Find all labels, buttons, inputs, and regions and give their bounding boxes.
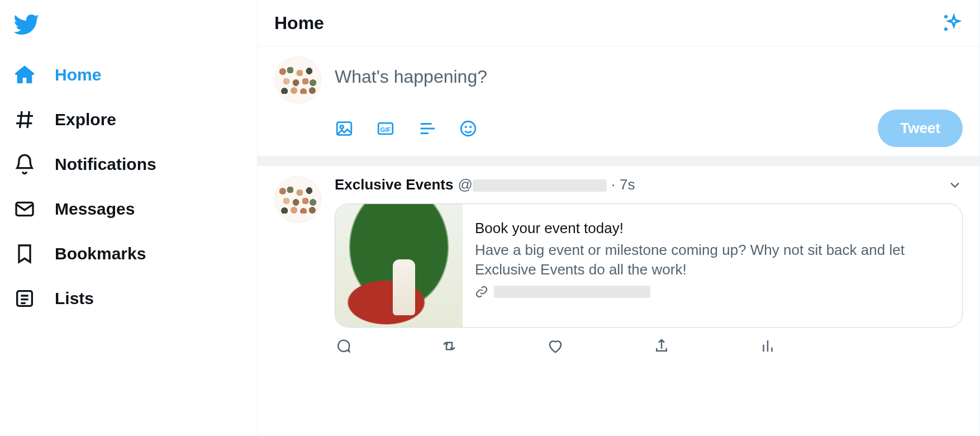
composer-avatar[interactable]	[274, 56, 321, 103]
analytics-icon[interactable]	[759, 338, 776, 354]
link-card-title: Book your event today!	[475, 220, 950, 237]
sparkle-icon[interactable]	[941, 12, 963, 34]
avatar-image	[279, 186, 317, 214]
sidebar-item-messages[interactable]: Messages	[8, 187, 140, 231]
twitter-logo[interactable]	[8, 7, 257, 53]
sidebar-item-home[interactable]: Home	[8, 53, 107, 97]
sidebar-item-lists[interactable]: Lists	[8, 276, 99, 321]
link-card-image	[335, 204, 463, 327]
sidebar-item-label: Home	[55, 65, 101, 84]
tweet-time: 7s	[620, 176, 635, 193]
image-icon[interactable]	[335, 119, 354, 138]
share-icon[interactable]	[653, 338, 670, 354]
list-icon	[13, 287, 36, 310]
redacted-url	[494, 286, 650, 298]
hashtag-icon	[13, 108, 36, 131]
sidebar-item-label: Explore	[55, 110, 116, 129]
bookmark-icon	[13, 243, 36, 265]
bell-icon	[13, 153, 36, 176]
svg-point-3	[340, 125, 344, 129]
sidebar-item-label: Messages	[55, 200, 135, 219]
tweet-author-handle[interactable]: @	[458, 176, 606, 193]
sidebar-item-notifications[interactable]: Notifications	[8, 142, 162, 187]
compose-toolbar: GIF Tweet	[335, 110, 963, 147]
svg-point-6	[461, 121, 475, 136]
reply-icon[interactable]	[335, 338, 351, 354]
like-icon[interactable]	[547, 338, 564, 354]
main-column: Home GIF	[258, 0, 980, 436]
sidebar-nav: Home Explore Notifications Messages Book	[0, 0, 258, 436]
page-title: Home	[274, 13, 324, 34]
link-icon	[475, 285, 488, 298]
time-separator: ·	[611, 176, 615, 193]
tweet: Exclusive Events @ · 7s Book your event …	[258, 166, 979, 360]
sidebar-item-label: Bookmarks	[55, 244, 146, 263]
app-root: Home Explore Notifications Messages Book	[0, 0, 980, 436]
sidebar-item-bookmarks[interactable]: Bookmarks	[8, 231, 151, 276]
avatar-image	[279, 66, 317, 94]
sidebar-item-label: Lists	[55, 289, 94, 308]
tweet-header: Exclusive Events @ · 7s	[335, 176, 963, 193]
tweet-avatar[interactable]	[274, 176, 321, 223]
link-card-description: Have a big event or milestone coming up?…	[475, 240, 950, 279]
envelope-icon	[13, 198, 36, 220]
main-header: Home	[258, 0, 979, 46]
svg-point-8	[470, 126, 471, 127]
svg-text:GIF: GIF	[380, 126, 391, 132]
svg-point-7	[465, 126, 466, 127]
sidebar-item-label: Notifications	[55, 155, 156, 174]
link-card-url	[475, 285, 950, 298]
tweet-composer: GIF Tweet	[258, 46, 979, 156]
emoji-icon[interactable]	[459, 119, 478, 138]
gif-icon[interactable]: GIF	[376, 119, 395, 138]
tweet-actions	[335, 328, 963, 354]
retweet-icon[interactable]	[441, 338, 458, 354]
feed-separator	[258, 156, 979, 166]
tweet-author-name[interactable]: Exclusive Events	[335, 176, 453, 193]
compose-input[interactable]	[335, 56, 963, 110]
chevron-down-icon[interactable]	[947, 177, 963, 193]
home-icon	[13, 64, 36, 86]
redacted-handle	[473, 179, 607, 192]
poll-icon[interactable]	[417, 119, 436, 138]
sidebar-item-explore[interactable]: Explore	[8, 97, 122, 142]
link-card[interactable]: Book your event today! Have a big event …	[335, 203, 963, 328]
tweet-button[interactable]: Tweet	[878, 110, 963, 147]
twitter-bird-icon	[13, 11, 40, 38]
